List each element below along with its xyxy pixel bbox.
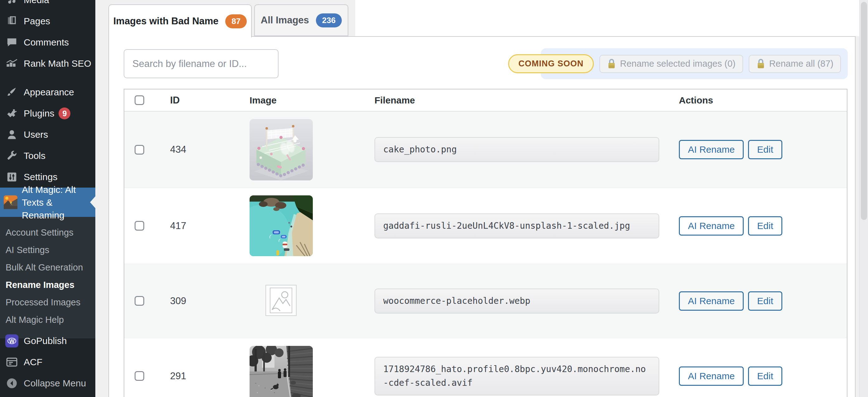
sidebar-item-comments[interactable]: Comments xyxy=(0,32,95,53)
plugins-icon xyxy=(5,106,19,120)
comments-icon xyxy=(5,35,19,49)
content-card: COMING SOON Rename selected images (0) R… xyxy=(108,36,856,397)
button-label: Rename selected images (0) xyxy=(620,59,736,69)
row-checkbox[interactable] xyxy=(134,145,144,155)
bulk-rename-toolbar: COMING SOON Rename selected images (0) R… xyxy=(541,48,848,79)
lock-icon xyxy=(607,59,616,69)
row-checkbox[interactable] xyxy=(134,371,144,381)
tab-images-with-bad-name[interactable]: Images with Bad Name 87 xyxy=(108,4,252,37)
ai-rename-button[interactable]: AI Rename xyxy=(679,140,744,159)
sidebar-item-label: Rank Math SEO xyxy=(24,58,91,69)
sidebar-item-pages[interactable]: Pages xyxy=(0,10,95,32)
appearance-icon xyxy=(5,85,19,99)
beach-aerial-thumbnail xyxy=(250,195,313,256)
header-image: Image xyxy=(250,95,374,105)
sidebar-item-collapse-menu[interactable]: Collapse Menu xyxy=(0,373,95,394)
edit-button[interactable]: Edit xyxy=(748,216,782,236)
all-images-count-badge: 236 xyxy=(316,13,342,27)
filename-input[interactable]: cake_photo.png xyxy=(374,137,659,162)
image-id: 309 xyxy=(170,296,250,307)
images-table: ID Image Filename Actions 434 xyxy=(124,89,847,397)
sidebar-item-label: Appearance xyxy=(24,87,74,97)
sidebar-item-label: Settings xyxy=(24,172,57,182)
sidebar-item-rank-math-seo[interactable]: Rank Math SEO xyxy=(0,53,95,74)
table-row: 434 xyxy=(124,112,847,188)
tools-icon xyxy=(5,149,19,163)
sidebar-item-alt-magic[interactable]: Alt Magic: Alt Texts & Renaming xyxy=(0,188,95,217)
submenu-item-rename-images[interactable]: Rename Images xyxy=(0,276,95,294)
select-all-checkbox[interactable] xyxy=(134,95,144,105)
table-row: 417 xyxy=(124,188,847,264)
sidebar-item-media[interactable]: Media xyxy=(0,0,95,10)
row-checkbox[interactable] xyxy=(134,296,144,306)
main-content: Images with Bad Name 87 All Images 236 C… xyxy=(95,0,868,397)
rename-selected-button[interactable]: Rename selected images (0) xyxy=(599,55,743,73)
header-id: ID xyxy=(170,95,250,106)
pages-icon xyxy=(5,14,19,28)
filename-input[interactable]: 1718924786_hato.profile0.8bpc.yuv420.mon… xyxy=(374,357,659,395)
sidebar-item-plugins[interactable]: Plugins 9 xyxy=(0,103,95,124)
ai-rename-button[interactable]: AI Rename xyxy=(679,292,744,311)
settings-icon xyxy=(5,170,19,184)
sidebar-separator xyxy=(0,74,95,82)
rename-all-button[interactable]: Rename all (87) xyxy=(749,55,841,73)
table-row: 309 woocommerce-placeholder.webp xyxy=(124,264,847,338)
sidebar-item-label: Users xyxy=(24,129,48,140)
sidebar-item-label: Media xyxy=(24,0,49,5)
submenu-item-account-settings[interactable]: Account Settings xyxy=(0,224,95,241)
edit-button[interactable]: Edit xyxy=(748,292,782,311)
tab-label: All Images xyxy=(261,14,309,26)
search-input[interactable] xyxy=(124,49,279,78)
svg-text:W: W xyxy=(9,338,14,344)
top-band xyxy=(355,0,868,36)
sidebar-item-label: Collapse Menu xyxy=(24,378,86,389)
image-id: 417 xyxy=(170,220,250,232)
sidebar-item-tools[interactable]: Tools xyxy=(0,145,95,166)
button-label: Rename all (87) xyxy=(769,59,833,69)
edit-button[interactable]: Edit xyxy=(748,140,782,159)
sidebar-item-label: Alt Magic: Alt Texts & Renaming xyxy=(22,183,95,221)
page-scrollbar[interactable] xyxy=(859,0,868,397)
cake-photo-thumbnail xyxy=(250,119,313,180)
wordpress-admin-screen: Media Pages Comments Rank Math SEO Appe xyxy=(0,0,868,397)
submenu-item-bulk-alt-generation[interactable]: Bulk Alt Generation xyxy=(0,258,95,276)
ai-rename-button[interactable]: AI Rename xyxy=(679,366,744,386)
submenu-item-alt-magic-help[interactable]: Alt Magic Help xyxy=(0,311,95,329)
gopublish-icon: W xyxy=(5,334,19,348)
image-placeholder-thumbnail xyxy=(266,285,297,317)
table-header-row: ID Image Filename Actions xyxy=(124,89,847,112)
rank-math-seo-icon xyxy=(5,57,19,70)
image-id: 291 xyxy=(170,370,250,382)
sidebar-footer: W GoPublish ACF Collapse Menu xyxy=(0,338,95,394)
sidebar-item-appearance[interactable]: Appearance xyxy=(0,82,95,103)
street-monochrome-thumbnail xyxy=(250,346,313,397)
bad-name-count-badge: 87 xyxy=(225,14,247,28)
plugins-update-badge: 9 xyxy=(59,108,70,119)
current-menu-arrow-icon xyxy=(90,196,95,208)
acf-icon xyxy=(5,355,19,369)
scrollbar-thumb[interactable] xyxy=(861,2,867,220)
edit-button[interactable]: Edit xyxy=(748,366,782,386)
sidebar-item-gopublish[interactable]: W GoPublish xyxy=(0,330,95,352)
alt-magic-icon xyxy=(4,195,18,209)
table-row: 291 xyxy=(124,338,847,397)
sidebar-item-label: ACF xyxy=(24,357,42,367)
sidebar-item-label: Plugins xyxy=(24,108,54,119)
filename-input[interactable]: woocommerce-placeholder.webp xyxy=(374,288,659,313)
tab-label: Images with Bad Name xyxy=(114,16,219,27)
header-actions: Actions xyxy=(679,95,847,105)
sidebar-item-label: Pages xyxy=(24,16,50,27)
collapse-icon xyxy=(5,376,19,390)
submenu-item-ai-settings[interactable]: AI Settings xyxy=(0,241,95,258)
header-filename: Filename xyxy=(374,95,679,105)
sidebar-item-label: GoPublish xyxy=(24,336,67,346)
users-icon xyxy=(5,128,19,142)
submenu-item-processed-images[interactable]: Processed Images xyxy=(0,294,95,311)
filename-input[interactable]: gaddafi-rusli-2ueUnL4CkV8-unsplash-1-sca… xyxy=(374,213,659,238)
row-checkbox[interactable] xyxy=(134,221,144,231)
ai-rename-button[interactable]: AI Rename xyxy=(679,216,744,236)
sidebar-item-acf[interactable]: ACF xyxy=(0,352,95,373)
sidebar-item-users[interactable]: Users xyxy=(0,124,95,145)
sidebar-item-label: Comments xyxy=(24,37,69,48)
tab-all-images[interactable]: All Images 236 xyxy=(254,4,348,36)
